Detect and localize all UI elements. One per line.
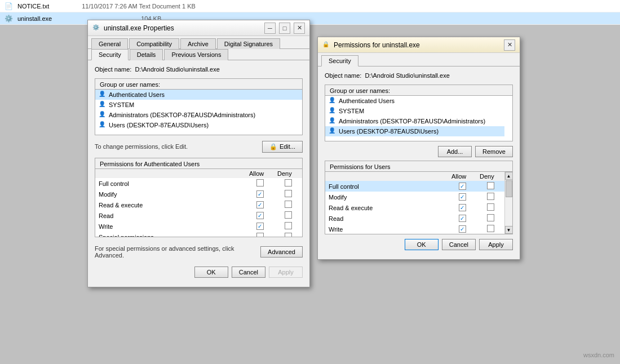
permissions-remove-button[interactable]: Remove — [475, 146, 513, 157]
properties-close-button[interactable]: ✕ — [294, 23, 305, 34]
perms2-col-allow: Allow — [448, 172, 476, 181]
properties-apply-button[interactable]: Apply — [269, 267, 303, 278]
permissions-perms-label: Permissions for Users — [325, 161, 512, 172]
cb-allow-special[interactable] — [256, 233, 264, 237]
properties-group-box: Group or user names: 👤 Authenticated Use… — [95, 78, 303, 135]
perm-allow-write: ✓ — [246, 221, 274, 232]
cb-deny-full[interactable] — [285, 179, 292, 187]
cb-deny-modify[interactable] — [285, 190, 292, 197]
perm-row-read-execute: Read & execute ✓ — [95, 199, 302, 210]
cb2-deny-full[interactable] — [487, 182, 494, 189]
tab-compatibility[interactable]: Compatibility — [129, 38, 179, 49]
properties-advanced-note: For special permissions or advanced sett… — [95, 245, 236, 259]
cb2-deny-read[interactable] — [487, 214, 494, 221]
perm-col-name — [95, 169, 246, 178]
properties-tabs-row1: General Compatibility Archive Digital Si… — [88, 36, 309, 49]
perm-user-icon-0: 👤 — [329, 97, 336, 105]
cb2-allow-modify[interactable]: ✓ — [459, 193, 466, 201]
properties-cancel-button[interactable]: Cancel — [232, 267, 265, 278]
cb-allow-write[interactable]: ✓ — [256, 223, 264, 230]
perms-scrollbar[interactable]: ▲ ▼ — [504, 172, 512, 234]
properties-user-administrators[interactable]: 👤 Administrators (DESKTOP-87EAUSD\Admini… — [95, 110, 302, 120]
permissions-user-administrators[interactable]: 👤 Administrators (DESKTOP-87EAUSD\Admini… — [325, 116, 504, 126]
cb-deny-write[interactable] — [285, 222, 292, 229]
properties-user-name-0: Authenticated Users — [109, 91, 165, 98]
permissions-user-list-container: 👤 Authenticated Users 👤 SYSTEM 👤 Adminis… — [325, 96, 512, 141]
perms2-allow-read-execute: ✓ — [448, 202, 476, 213]
properties-permissions-table: Allow Deny Full control Modify ✓ — [95, 169, 302, 237]
permissions-ok-button[interactable]: OK — [405, 239, 439, 250]
permissions-security-tab[interactable]: Security — [321, 55, 358, 66]
permissions-user-name-0: Authenticated Users — [339, 97, 395, 104]
cb-allow-read-execute[interactable]: ✓ — [256, 201, 264, 208]
tab-previous-versions[interactable]: Previous Versions — [164, 49, 228, 60]
properties-object-name-label: Object name: — [95, 66, 131, 73]
scroll-up-button[interactable]: ▲ — [505, 172, 513, 180]
cb-allow-read[interactable]: ✓ — [256, 212, 264, 219]
properties-user-users[interactable]: 👤 Users (DESKTOP-87EAUSD\Users) — [95, 120, 302, 130]
properties-maximize-button[interactable]: □ — [279, 23, 290, 34]
properties-change-note: To change permissions, click Edit. — [95, 143, 188, 150]
perm-name-write: Write — [95, 221, 246, 232]
cb2-allow-read-execute[interactable]: ✓ — [459, 204, 466, 211]
perm-deny-modify — [274, 189, 302, 199]
properties-ok-button[interactable]: OK — [194, 267, 228, 278]
cb2-allow-read[interactable]: ✓ — [459, 215, 466, 222]
cb-allow-modify[interactable]: ✓ — [256, 190, 264, 198]
permissions-object-name-row: Object name: D:\Android Studio\uninstall… — [325, 72, 513, 79]
perm-row-write: Write ✓ — [95, 221, 302, 232]
cb2-deny-write[interactable] — [487, 225, 494, 232]
tab-general[interactable]: General — [91, 38, 128, 49]
perms2-name-write: Write — [325, 224, 448, 234]
perms2-deny-read-execute — [476, 202, 504, 213]
permissions-close-button[interactable]: ✕ — [504, 39, 515, 51]
cb-deny-special[interactable] — [285, 233, 292, 237]
cb2-deny-modify[interactable] — [487, 193, 494, 200]
properties-user-list-container: 👤 Authenticated Users 👤 SYSTEM 👤 Adminis… — [95, 90, 302, 135]
perm-allow-full — [246, 178, 274, 189]
permissions-user-system[interactable]: 👤 SYSTEM — [325, 106, 504, 116]
properties-user-name-2: Administrators (DESKTOP-87EAUSD\Administ… — [109, 112, 255, 118]
perm-allow-read-execute: ✓ — [246, 199, 274, 210]
cb-deny-read-execute[interactable] — [285, 201, 292, 208]
properties-user-authenticated[interactable]: 👤 Authenticated Users — [95, 90, 302, 100]
permissions-user-list: 👤 Authenticated Users 👤 SYSTEM 👤 Adminis… — [325, 96, 512, 136]
perm-row-full: Full control — [95, 178, 302, 189]
perm-name-read: Read — [95, 210, 246, 221]
tab-digital-signatures[interactable]: Digital Signatures — [217, 38, 280, 49]
permissions-user-users[interactable]: 👤 Users (DESKTOP-87EAUSD\Users) — [325, 126, 504, 136]
perm-user-icon-1: 👤 — [329, 107, 336, 115]
tab-archive[interactable]: Archive — [180, 38, 216, 49]
cb-deny-read[interactable] — [285, 211, 292, 219]
properties-minimize-button[interactable]: ─ — [264, 23, 276, 34]
cb2-allow-full[interactable]: ✓ — [459, 183, 466, 190]
cb-allow-full[interactable] — [256, 179, 264, 187]
cb2-deny-read-execute[interactable] — [487, 203, 494, 211]
permissions-action-buttons: OK Cancel Apply — [325, 239, 513, 250]
permissions-cancel-button[interactable]: Cancel — [442, 239, 476, 250]
cb2-allow-write[interactable]: ✓ — [459, 225, 466, 233]
permissions-add-button[interactable]: Add... — [438, 146, 472, 157]
perms2-name-modify: Modify — [325, 192, 448, 202]
permissions-perms-table: Allow Deny Full control ✓ Modify ✓ — [325, 172, 504, 234]
properties-user-name-3: Users (DESKTOP-87EAUSD\Users) — [109, 122, 209, 128]
file-meta-notice: 11/10/2017 7:26 AM Text Document 1 KB — [82, 3, 196, 10]
permissions-apply-button[interactable]: Apply — [479, 239, 513, 250]
tab-details[interactable]: Details — [130, 49, 163, 60]
properties-permissions-label: Permissions for Authenticated Users — [95, 158, 302, 169]
scroll-down-button[interactable]: ▼ — [505, 226, 513, 234]
scroll-thumb[interactable] — [506, 180, 512, 197]
properties-tabs-row2: Security Details Previous Versions — [88, 49, 309, 60]
properties-advanced-button[interactable]: Advanced — [260, 246, 303, 258]
perm-name-special: Special permissions — [95, 232, 246, 237]
properties-user-system[interactable]: 👤 SYSTEM — [95, 100, 302, 110]
tab-security[interactable]: Security — [91, 49, 129, 60]
perm-col-allow: Allow — [246, 169, 274, 178]
permissions-content: Object name: D:\Android Studio\uninstall… — [318, 66, 520, 259]
perms2-deny-modify — [476, 192, 504, 202]
permissions-user-authenticated[interactable]: 👤 Authenticated Users — [325, 96, 504, 106]
perm-row-special: Special permissions — [95, 232, 302, 237]
perm-row-read: Read ✓ — [95, 210, 302, 221]
perms2-deny-write — [476, 224, 504, 234]
properties-edit-button[interactable]: 🔒 Edit... — [262, 141, 303, 153]
